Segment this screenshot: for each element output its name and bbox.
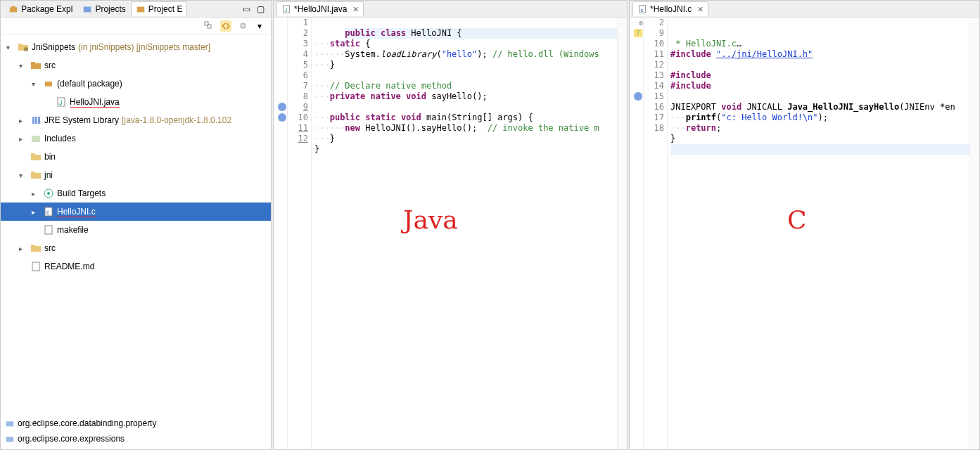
svg-rect-11 [45, 82, 52, 86]
tree-item-src[interactable]: ▾src [1, 56, 271, 75]
svg-rect-28 [31, 245, 35, 247]
editor-java: J *HelloJNI.java ✕ 123456789101112 publi… [273, 0, 628, 450]
maximize-icon[interactable]: ▢ [255, 4, 265, 14]
code-line[interactable]: public class HelloJNI { [345, 28, 617, 39]
marker-ruler [274, 18, 288, 449]
code-line[interactable]: #include [670, 70, 969, 81]
code-line[interactable]: ···return; [670, 123, 969, 134]
minimize-icon[interactable]: ▭ [241, 4, 251, 14]
code-line[interactable] [670, 60, 969, 70]
link-editor-icon[interactable] [220, 20, 231, 32]
line-gutter[interactable]: 123456789101112 [288, 18, 312, 449]
status-list: org.eclipse.core.databinding.property or… [1, 413, 271, 449]
annotation-java: Java [403, 214, 458, 225]
pkg-folder-icon [30, 60, 42, 71]
tree-item-jni[interactable]: ▾jni [1, 166, 271, 184]
svg-rect-20 [31, 173, 41, 179]
project-tree[interactable]: ▾JniSnippets (in jniSnippets) [jniSnippe… [1, 35, 271, 413]
code-line[interactable]: ······System.loadLibrary("hello"); // he… [314, 49, 617, 60]
code-line[interactable]: } [314, 144, 617, 155]
tree-item-build-targets[interactable]: ▸Build Targets [1, 184, 271, 202]
collapse-all-icon[interactable] [203, 20, 215, 32]
tree-item-src[interactable]: ▸src [1, 239, 271, 257]
tab-title: *HelloJNI.java [294, 4, 347, 14]
code-line[interactable]: ···public static void main(String[] args… [314, 112, 617, 123]
view-menu-icon[interactable]: ▾ [254, 20, 265, 32]
tab-label: Projects [95, 4, 125, 14]
svg-rect-10 [31, 62, 35, 64]
filter-icon[interactable]: ⚙ [237, 20, 248, 32]
explorer-tab-bar: Package Expl Projects Project E ▭ ▢ [1, 1, 271, 18]
line-gutter[interactable]: ⊕2?9101112131415161718 [644, 18, 668, 449]
svg-rect-3 [137, 7, 145, 13]
svg-rect-31 [6, 437, 14, 442]
code-line[interactable]: ···} [314, 60, 617, 70]
code-line[interactable] [314, 70, 617, 81]
project-icon [82, 4, 92, 14]
tab-package-explorer[interactable]: Package Expl [4, 1, 77, 16]
editor-body[interactable]: 123456789101112 public class HelloJNI {·… [274, 18, 627, 449]
code-line[interactable]: } [670, 134, 969, 144]
svg-rect-21 [31, 172, 35, 174]
editor-c: c *HelloJNI.c ✕ ⊕2?9101112131415161718 *… [629, 0, 980, 450]
info-marker[interactable] [278, 103, 286, 111]
tab-hellojni-java[interactable]: J *HelloJNI.java ✕ [276, 1, 364, 16]
svg-rect-1 [11, 6, 15, 8]
bundle-icon [5, 418, 15, 428]
tab-window-controls: ▭ ▢ [241, 4, 268, 14]
editor-body[interactable]: ⊕2?9101112131415161718 * HelloJNI.c…#inc… [630, 18, 979, 449]
tab-hellojni-c[interactable]: c *HelloJNI.c ✕ [632, 1, 708, 16]
tree-item-bin[interactable]: bin [1, 148, 271, 166]
svg-rect-9 [31, 63, 41, 69]
overview-ruler[interactable] [617, 18, 627, 449]
svg-rect-29 [32, 262, 39, 271]
info-marker[interactable] [278, 113, 286, 122]
tree-item-readme-md[interactable]: README.md [1, 257, 271, 276]
tree-root[interactable]: ▾JniSnippets (in jniSnippets) [jniSnippe… [1, 38, 271, 56]
code-line[interactable]: ···// Declare native method [314, 81, 617, 91]
svg-text:J: J [284, 7, 287, 13]
code-line[interactable] [670, 144, 969, 155]
targets-icon [43, 188, 54, 199]
explorer-toolbar: ⚙ ▾ [1, 18, 271, 35]
includes-icon [30, 133, 42, 144]
java-file-icon: J [56, 96, 67, 108]
code-line[interactable] [670, 91, 969, 102]
tree-item-hellojni-java[interactable]: JHelloJNI.java [1, 93, 271, 111]
svg-rect-15 [35, 117, 37, 124]
tree-item-hellojni-c[interactable]: ▸cHelloJNI.c [1, 202, 271, 221]
info-marker[interactable] [634, 92, 642, 101]
code-area[interactable]: public class HelloJNI {···static {······… [312, 18, 617, 449]
warning-marker[interactable]: ? [634, 29, 642, 37]
code-line[interactable]: ······new HelloJNI().sayHello(); // invo… [314, 123, 617, 134]
code-line[interactable] [314, 102, 617, 112]
code-line[interactable]: * HelloJNI.c… [670, 39, 969, 49]
tree-item--default-package-[interactable]: ▾(default package) [1, 75, 271, 93]
overview-ruler[interactable] [969, 18, 979, 449]
code-line[interactable]: ···} [314, 134, 617, 144]
close-icon[interactable]: ✕ [697, 5, 704, 14]
tree-item-makefile[interactable]: makefile [1, 221, 271, 239]
fold-marker[interactable]: ⊕ [637, 18, 645, 27]
svg-rect-18 [31, 155, 41, 160]
code-line[interactable]: ···printf("c: Hello World!\n"); [670, 112, 969, 123]
close-icon[interactable]: ✕ [352, 5, 359, 14]
status-item[interactable]: org.eclipse.core.databinding.property [5, 416, 267, 431]
code-line[interactable]: #include "../jni/HelloJNI.h" [670, 49, 969, 60]
code-area[interactable]: * HelloJNI.c…#include "../jni/HelloJNI.h… [668, 18, 969, 449]
tab-project-explorer[interactable]: Project E [131, 1, 188, 16]
tab-projects[interactable]: Projects [77, 1, 130, 16]
package-explorer: Package Expl Projects Project E ▭ ▢ ⚙ ▾ [0, 0, 272, 450]
tree-item-jre-system-library[interactable]: ▸JRE System Library [java-1.8.0-openjdk-… [1, 111, 271, 129]
editor-tab-bar: J *HelloJNI.java ✕ [274, 1, 627, 18]
code-line[interactable]: #include [670, 81, 969, 91]
code-line[interactable]: ···private native void sayHello(); [314, 91, 617, 102]
code-line[interactable]: JNIEXPORT void JNICALL Java_HelloJNI_say… [670, 102, 969, 112]
folder-icon [30, 151, 42, 162]
c-file-icon: c [43, 206, 54, 217]
project-icon [18, 41, 29, 53]
status-item[interactable]: org.eclipse.core.expressions [5, 431, 267, 446]
tree-item-includes[interactable]: ▸Includes [1, 129, 271, 148]
code-line[interactable]: ···static { [314, 39, 617, 49]
annotation-c: C [787, 214, 807, 225]
